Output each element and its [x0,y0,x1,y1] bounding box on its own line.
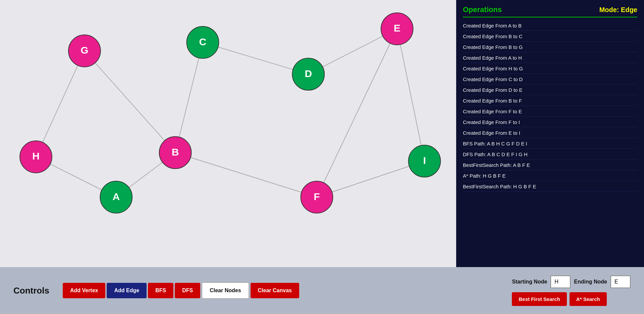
ops-log-item: BFS Path: A B H C G F D E I [463,139,637,149]
dfs-button[interactable]: DFS [175,283,200,298]
ops-log-item: Created Edge From E to I [463,128,637,138]
ending-node-input[interactable] [610,275,631,288]
ops-title: Operations [463,5,502,14]
ops-log-item: A* Path: H G B F E [463,171,637,181]
bfs-button[interactable]: BFS [148,283,173,298]
add-edge-button[interactable]: Add Edge [107,283,147,298]
ops-log-item: DFS Path: A B C D E F I G H [463,149,637,160]
ending-node-label: Ending Node [574,279,607,285]
ops-log-item: Created Edge From B to F [463,96,637,106]
operations-panel: Operations Mode: Edge Created Edge From … [456,0,644,267]
ops-mode: Mode: Edge [599,6,637,14]
ops-log-item: Created Edge From C to D [463,74,637,84]
starting-node-input[interactable] [550,275,571,288]
ops-log-item: Created Edge From B to G [463,42,637,52]
ops-header: Operations Mode: Edge [463,5,637,17]
clear-nodes-button[interactable]: Clear Nodes [202,282,249,299]
node-inputs: Starting Node Ending Node [512,275,631,288]
ops-log: Created Edge From A to BCreated Edge Fro… [463,21,637,192]
a-star-search-button[interactable]: A* Search [570,292,607,306]
controls-bar: Controls Add Vertex Add Edge BFS DFS Cle… [0,267,644,314]
starting-node-label: Starting Node [512,279,547,285]
ops-log-item: Created Edge From A to H [463,53,637,63]
button-group: Add Vertex Add Edge BFS DFS Clear Nodes … [63,282,299,299]
search-area: Starting Node Ending Node Best First Sea… [512,275,631,306]
ops-log-item: Created Edge From D to E [463,85,637,95]
graph-canvas [0,0,456,267]
canvas-area[interactable] [0,0,456,267]
ops-log-item: Created Edge From F to E [463,107,637,117]
ops-log-item: Created Edge From F to I [463,117,637,127]
controls-label: Controls [13,286,49,296]
ops-log-item: BestFirstSearch Path: A B F E [463,160,637,170]
ops-log-item: BestFirstSearch Path: H G B F E [463,182,637,192]
ops-log-item: Created Edge From B to C [463,32,637,42]
ops-log-item: Created Edge From A to B [463,21,637,31]
ops-log-item: Created Edge From H to G [463,64,637,74]
clear-canvas-button[interactable]: Clear Canvas [251,283,299,298]
add-vertex-button[interactable]: Add Vertex [63,283,106,298]
mode-value: Edge [621,6,637,13]
best-first-search-button[interactable]: Best First Search [512,292,567,306]
main-area: Operations Mode: Edge Created Edge From … [0,0,644,267]
mode-label: Mode: [599,6,619,13]
search-buttons: Best First Search A* Search [512,292,631,306]
